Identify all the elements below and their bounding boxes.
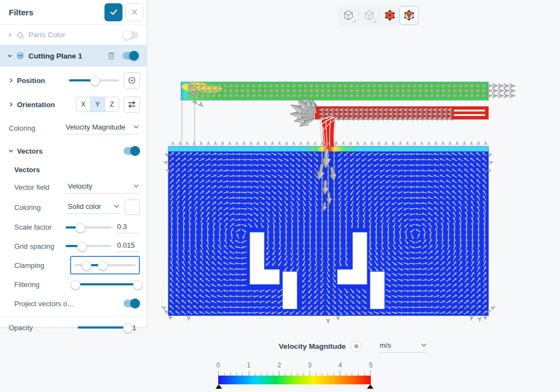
- panel-header: Filters: [0, 0, 147, 25]
- clamping-label: Clamping: [14, 261, 44, 270]
- section-divider: [0, 316, 147, 317]
- apply-button[interactable]: [104, 3, 122, 21]
- filters-panel: Filters Parts Color Cutting Plane 1: [0, 0, 147, 327]
- vectors-header-row: Vectors: [0, 140, 147, 162]
- cube-cutting-plane-icon[interactable]: [399, 6, 418, 25]
- range-min-marker[interactable]: [215, 384, 222, 389]
- scale-factor-slider[interactable]: [66, 223, 112, 232]
- filtering-range-slider[interactable]: [73, 280, 140, 289]
- position-row: Position: [0, 69, 147, 92]
- corner-expand-icon: [352, 19, 355, 22]
- position-label: Position: [17, 77, 45, 85]
- unit-value: m/s: [380, 341, 391, 349]
- check-icon: [109, 8, 118, 16]
- tick-label: 3: [308, 361, 312, 369]
- coloring-value: Velocity Magnitude: [66, 123, 125, 131]
- orientation-row: Orientation X Y Z: [0, 92, 147, 117]
- color-legend: Velocity Magnitude m/s 012345: [147, 338, 560, 354]
- tick-label: 1: [247, 361, 250, 369]
- vector-coloring-label: Coloring: [14, 203, 40, 212]
- parts-color-toggle[interactable]: [122, 31, 139, 39]
- filter-item-cutting-plane[interactable]: Cutting Plane 1: [0, 45, 147, 67]
- axis-x-button[interactable]: X: [77, 97, 91, 112]
- grid-spacing-slider[interactable]: [66, 242, 112, 250]
- chevron-down-icon: [133, 184, 139, 188]
- orientation-label: Orientation: [17, 101, 55, 109]
- cube-solid-red-icon[interactable]: [380, 6, 399, 25]
- vector-field-select[interactable]: Velocity: [67, 181, 140, 194]
- grid-spacing-row: Grid spacing 0.015: [0, 237, 147, 255]
- colorbar-ticks: [218, 371, 371, 376]
- center-plane-button[interactable]: [124, 72, 140, 89]
- filtering-row: Filtering: [0, 275, 147, 294]
- close-button[interactable]: [125, 3, 143, 21]
- square-icon: [354, 344, 358, 348]
- unit-select[interactable]: m/s: [378, 340, 428, 353]
- chevron-down-icon[interactable]: [9, 149, 13, 153]
- scale-factor-label: Scale factor: [14, 223, 52, 231]
- chevron-down-icon: [133, 125, 139, 128]
- toolbar-separator: [358, 10, 359, 21]
- chevron-right-icon: [8, 33, 12, 37]
- filter-item-label: Cutting Plane 1: [28, 52, 103, 60]
- axis-y-button[interactable]: Y: [91, 97, 105, 112]
- vector-field-value: Velocity: [68, 182, 92, 190]
- cutting-plane-toggle[interactable]: [122, 52, 139, 60]
- colorbar: 012345: [218, 361, 371, 384]
- project-vectors-toggle[interactable]: [124, 300, 140, 307]
- vector-coloring-value: Solid color: [68, 202, 101, 210]
- filter-item-label: Parts Color: [28, 31, 119, 39]
- vector-field-row: Vector field Velocity: [0, 177, 147, 197]
- clamping-focus-outline: [70, 256, 140, 274]
- cutting-plane-icon: [16, 51, 25, 60]
- trash-icon[interactable]: [107, 51, 115, 60]
- flip-orientation-button[interactable]: [124, 96, 140, 113]
- chevron-right-icon[interactable]: [9, 102, 13, 107]
- chevron-down-icon: [114, 204, 119, 208]
- position-slider[interactable]: [69, 76, 119, 85]
- coloring-label: Coloring: [9, 124, 35, 132]
- close-icon: [131, 8, 138, 16]
- chevron-down-icon: [421, 343, 427, 347]
- opacity-value: 1: [132, 324, 140, 332]
- swap-arrows-icon: [127, 100, 137, 109]
- scale-factor-value[interactable]: 0.3: [116, 221, 140, 233]
- tick-label: 0: [217, 361, 220, 369]
- axis-z-button[interactable]: Z: [105, 97, 119, 112]
- colorbar-tick-labels: 012345: [218, 361, 371, 370]
- legend-options-button[interactable]: [351, 341, 361, 352]
- vector-field-label: Vector field: [14, 183, 49, 191]
- target-icon: [127, 76, 136, 85]
- vectors-toggle[interactable]: [124, 147, 140, 155]
- vectors-subheader-row: Vectors: [0, 162, 147, 177]
- range-max-marker[interactable]: [367, 384, 374, 389]
- vectors-subheader: Vectors: [14, 166, 40, 174]
- solid-color-swatch[interactable]: [125, 200, 140, 215]
- chevron-down-icon: [8, 54, 12, 58]
- legend-header: Velocity Magnitude m/s: [147, 338, 560, 354]
- cube-outline-icon[interactable]: [339, 6, 358, 25]
- chevron-right-icon[interactable]: [9, 78, 13, 83]
- coloring-row: Coloring Velocity Magnitude: [0, 117, 147, 139]
- clamping-range-slider[interactable]: [74, 261, 136, 270]
- filter-item-parts-color[interactable]: Parts Color: [0, 25, 147, 45]
- vectors-label: Vectors: [17, 147, 43, 155]
- opacity-row: Opacity 1: [0, 318, 147, 337]
- opacity-slider[interactable]: [78, 323, 128, 332]
- coloring-select[interactable]: Velocity Magnitude: [65, 122, 140, 134]
- corner-expand-icon: [373, 19, 376, 22]
- axis-segmented-control: X Y Z: [76, 97, 119, 112]
- toolbar-separator: [379, 10, 380, 21]
- project-vectors-row: Project vectors o…: [0, 294, 147, 313]
- tick-label: 5: [369, 361, 373, 369]
- grid-spacing-value[interactable]: 0.015: [116, 240, 140, 252]
- vector-coloring-row: Coloring Solid color: [0, 197, 147, 218]
- colorbar-gradient[interactable]: [218, 376, 371, 384]
- cube-outline-light-icon[interactable]: [359, 6, 378, 25]
- vector-coloring-select[interactable]: Solid color: [67, 201, 120, 214]
- project-vectors-label: Project vectors o…: [14, 300, 74, 308]
- filtering-label: Filtering: [14, 280, 39, 289]
- tick-label: 2: [277, 361, 281, 369]
- tick-label: 4: [339, 361, 342, 369]
- view-toolbar: [337, 5, 419, 26]
